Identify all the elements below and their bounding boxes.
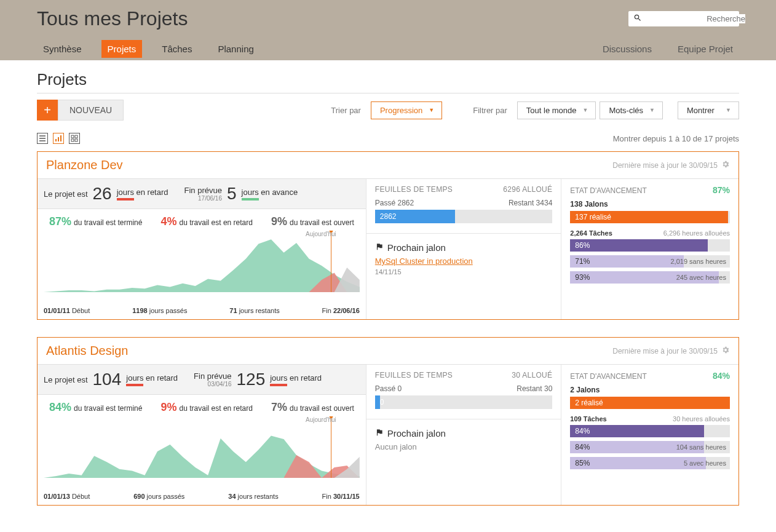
flag-icon <box>375 242 384 253</box>
timesheet-bar: 2862 <box>375 210 553 223</box>
nav-projets[interactable]: Projets <box>101 40 143 58</box>
filter-tags-dropdown[interactable]: Mots-clés▼ <box>600 101 663 119</box>
page-title: Tous mes Projets <box>37 7 188 30</box>
project-is-label: Le projet est <box>44 375 88 384</box>
search-icon <box>633 14 642 24</box>
milestone-none: Aucun jalon <box>375 442 553 451</box>
tasks-total: 109 Tâches <box>570 415 606 423</box>
hours-allocated: 6,296 heures allouées <box>663 229 730 237</box>
next-milestone-label: Prochain jalon <box>387 428 446 439</box>
project-title[interactable]: Planzone Dev <box>46 158 123 172</box>
nav-discussions[interactable]: Discussions <box>596 40 658 58</box>
svg-rect-1 <box>58 137 59 141</box>
pct-late: 9%du travail est en retard <box>161 401 253 414</box>
delay-bar <box>126 384 143 386</box>
nav-planning[interactable]: Planning <box>212 40 259 58</box>
with-hours-bar: 85%5 avec heures <box>570 457 730 469</box>
pct-open: 9%du travail est ouvert <box>271 215 354 228</box>
end-delta-days: 125 <box>237 370 266 389</box>
show-dropdown[interactable]: Montrer▼ <box>678 101 739 119</box>
add-button[interactable]: + <box>37 100 58 121</box>
pct-done: 87%du travail est terminé <box>49 215 142 228</box>
progress-chart: Aujourd'hui <box>38 231 366 304</box>
with-hours-bar: 93%245 avec heures <box>570 271 730 284</box>
progress-label: ETAT D'AVANCEMENT <box>570 186 647 195</box>
svg-rect-2 <box>60 135 61 141</box>
sort-dropdown[interactable]: Progression▼ <box>371 101 442 119</box>
milestones-total: 138 Jalons <box>570 200 730 208</box>
svg-rect-3 <box>71 135 74 138</box>
view-chart-icon[interactable] <box>53 133 64 144</box>
svg-rect-5 <box>71 139 74 141</box>
allocated-val: 6296 alloué <box>503 185 552 194</box>
section-title: Projets <box>37 70 739 93</box>
tasks-bar: 86% <box>570 239 730 252</box>
flag-icon <box>375 428 384 439</box>
svg-rect-6 <box>75 139 77 141</box>
end-delta-bar <box>242 198 259 200</box>
timesheet-bar: 0 <box>375 395 553 409</box>
end-delta-bar <box>270 384 287 386</box>
gear-icon[interactable] <box>721 346 730 356</box>
svg-rect-4 <box>75 135 77 138</box>
gear-icon[interactable] <box>721 160 730 170</box>
nav-synthèse[interactable]: Synthèse <box>37 40 88 58</box>
project-updated: Dernière mise à jour le 30/09/15 <box>612 160 730 170</box>
svg-rect-0 <box>55 139 57 141</box>
tasks-bar: 84% <box>570 425 730 437</box>
next-milestone-label: Prochain jalon <box>387 242 446 253</box>
pct-open: 7%du travail est ouvert <box>271 401 354 414</box>
overall-pct: 87% <box>713 185 730 195</box>
project-updated: Dernière mise à jour le 30/09/15 <box>612 346 730 356</box>
milestones-bar: 2 réalisé <box>570 397 730 409</box>
view-list-icon[interactable] <box>37 133 48 144</box>
milestone-link[interactable]: MySql Cluster in production <box>375 256 473 266</box>
project-title[interactable]: Atlantis Design <box>46 344 128 358</box>
today-label: Aujourd'hui <box>306 416 336 423</box>
milestones-bar: 137 réalisé <box>570 211 730 223</box>
today-label: Aujourd'hui <box>306 231 336 237</box>
delay-bar <box>117 198 134 200</box>
allocated-val: 30 alloué <box>512 371 552 379</box>
no-hours-bar: 84%104 sans heures <box>570 441 730 453</box>
pager-text: Montrer depuis 1 à 10 de 17 projets <box>613 134 739 143</box>
milestone-date: 14/11/15 <box>375 268 553 276</box>
tasks-total: 2,264 Tâches <box>570 229 612 237</box>
delay-days: 104 <box>93 370 122 389</box>
project-is-label: Le projet est <box>44 189 88 199</box>
view-grid-icon[interactable] <box>69 133 80 144</box>
timesheets-label: FEUILLES DE TEMPS <box>375 371 453 379</box>
timeline-axis: 01/01/11 Début 1198 jours passés 71 jour… <box>38 304 366 319</box>
delay-days: 26 <box>93 184 112 204</box>
project-card: Atlantis Design Dernière mise à jour le … <box>37 337 739 506</box>
end-delta-days: 5 <box>227 184 237 204</box>
pct-done: 84%du travail est terminé <box>49 401 142 414</box>
hours-allocated: 30 heures allouées <box>673 415 730 423</box>
timesheets-label: FEUILLES DE TEMPS <box>375 185 453 194</box>
pct-late: 4%du travail est en retard <box>161 215 253 228</box>
new-button[interactable]: NOUVEAU <box>58 100 124 121</box>
progress-label: ETAT D'AVANCEMENT <box>570 372 647 381</box>
timeline-axis: 01/01/13 Début 690 jours passés 34 jours… <box>38 490 366 505</box>
nav-tâches[interactable]: Tâches <box>156 40 198 58</box>
search-input[interactable] <box>642 14 745 23</box>
project-card: Planzone Dev Dernière mise à jour le 30/… <box>37 151 739 320</box>
progress-chart: Aujourd'hui <box>38 416 366 490</box>
filter-who-dropdown[interactable]: Tout le monde▼ <box>517 101 596 119</box>
no-hours-bar: 71%2,019 sans heures <box>570 255 730 268</box>
milestones-total: 2 Jalons <box>570 386 730 394</box>
nav-equipe-projet[interactable]: Equipe Projet <box>671 40 739 58</box>
sort-label: Trier par <box>331 106 361 115</box>
filter-label: Filtrer par <box>473 106 507 115</box>
overall-pct: 84% <box>713 371 730 381</box>
search-box[interactable] <box>628 11 739 26</box>
